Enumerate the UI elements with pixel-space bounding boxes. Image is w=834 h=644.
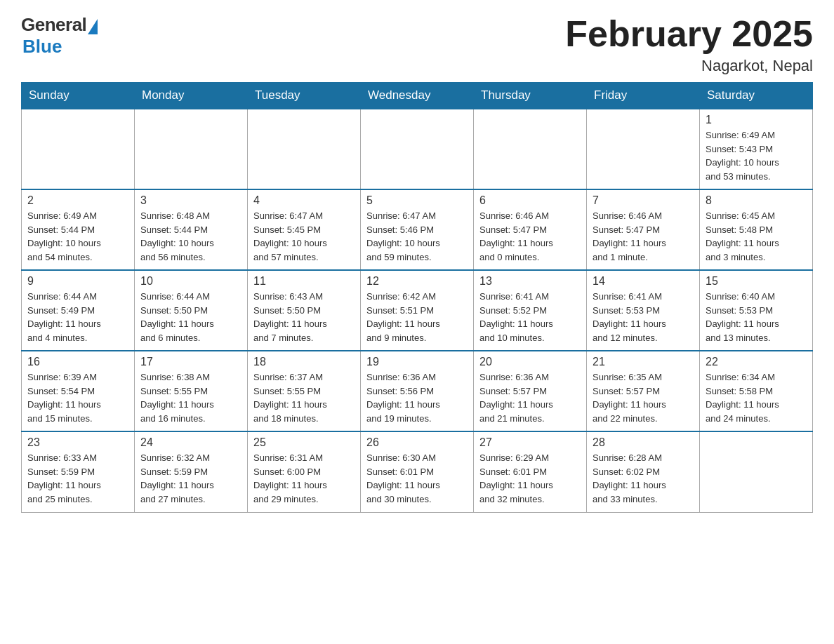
day-number: 23 — [27, 436, 128, 449]
calendar-cell: 1Sunrise: 6:49 AM Sunset: 5:43 PM Daylig… — [700, 109, 813, 189]
calendar-cell: 10Sunrise: 6:44 AM Sunset: 5:50 PM Dayli… — [135, 270, 248, 351]
calendar-cell — [700, 431, 813, 512]
calendar-cell: 6Sunrise: 6:46 AM Sunset: 5:47 PM Daylig… — [474, 189, 587, 270]
weekday-header-sunday: Sunday — [22, 83, 135, 109]
day-info: Sunrise: 6:47 AM Sunset: 5:45 PM Dayligh… — [253, 209, 355, 264]
day-number: 19 — [366, 356, 468, 368]
day-number: 6 — [479, 194, 581, 207]
day-info: Sunrise: 6:36 AM Sunset: 5:56 PM Dayligh… — [366, 370, 468, 425]
calendar-cell: 7Sunrise: 6:46 AM Sunset: 5:47 PM Daylig… — [587, 189, 700, 270]
day-number: 28 — [593, 436, 694, 449]
day-info: Sunrise: 6:42 AM Sunset: 5:51 PM Dayligh… — [366, 290, 468, 344]
day-info: Sunrise: 6:46 AM Sunset: 5:47 PM Dayligh… — [479, 209, 581, 264]
calendar-cell: 5Sunrise: 6:47 AM Sunset: 5:46 PM Daylig… — [361, 189, 474, 270]
calendar-cell: 9Sunrise: 6:44 AM Sunset: 5:49 PM Daylig… — [22, 270, 135, 351]
calendar-cell: 26Sunrise: 6:30 AM Sunset: 6:01 PM Dayli… — [361, 431, 474, 512]
day-info: Sunrise: 6:43 AM Sunset: 5:50 PM Dayligh… — [253, 290, 355, 344]
calendar-cell: 28Sunrise: 6:28 AM Sunset: 6:02 PM Dayli… — [587, 431, 700, 512]
day-info: Sunrise: 6:36 AM Sunset: 5:57 PM Dayligh… — [479, 370, 581, 425]
page-header: General Blue February 2025 Nagarkot, Nep… — [21, 14, 813, 75]
day-number: 27 — [479, 436, 581, 449]
day-info: Sunrise: 6:34 AM Sunset: 5:58 PM Dayligh… — [706, 370, 807, 425]
calendar-cell: 23Sunrise: 6:33 AM Sunset: 5:59 PM Dayli… — [22, 431, 135, 512]
week-row-5: 23Sunrise: 6:33 AM Sunset: 5:59 PM Dayli… — [22, 431, 813, 512]
calendar-cell — [135, 109, 248, 189]
calendar-cell: 3Sunrise: 6:48 AM Sunset: 5:44 PM Daylig… — [135, 189, 248, 270]
day-number: 18 — [253, 356, 355, 368]
weekday-header-saturday: Saturday — [700, 83, 813, 109]
day-number: 7 — [593, 194, 694, 207]
calendar-cell: 21Sunrise: 6:35 AM Sunset: 5:57 PM Dayli… — [587, 351, 700, 431]
day-info: Sunrise: 6:32 AM Sunset: 5:59 PM Dayligh… — [140, 451, 241, 506]
day-number: 22 — [706, 356, 807, 368]
day-info: Sunrise: 6:44 AM Sunset: 5:49 PM Dayligh… — [27, 290, 128, 344]
day-number: 25 — [253, 436, 355, 449]
calendar-cell: 18Sunrise: 6:37 AM Sunset: 5:55 PM Dayli… — [248, 351, 361, 431]
day-info: Sunrise: 6:28 AM Sunset: 6:02 PM Dayligh… — [593, 451, 694, 506]
calendar-cell: 24Sunrise: 6:32 AM Sunset: 5:59 PM Dayli… — [135, 431, 248, 512]
week-row-1: 1Sunrise: 6:49 AM Sunset: 5:43 PM Daylig… — [22, 109, 813, 189]
day-info: Sunrise: 6:47 AM Sunset: 5:46 PM Dayligh… — [366, 209, 468, 264]
week-row-2: 2Sunrise: 6:49 AM Sunset: 5:44 PM Daylig… — [22, 189, 813, 270]
logo-triangle-icon — [88, 19, 98, 34]
calendar-cell: 4Sunrise: 6:47 AM Sunset: 5:45 PM Daylig… — [248, 189, 361, 270]
day-number: 26 — [366, 436, 468, 449]
day-info: Sunrise: 6:40 AM Sunset: 5:53 PM Dayligh… — [706, 290, 807, 344]
day-number: 3 — [140, 194, 241, 207]
day-info: Sunrise: 6:49 AM Sunset: 5:44 PM Dayligh… — [27, 209, 128, 264]
calendar-cell — [474, 109, 587, 189]
calendar-cell — [587, 109, 700, 189]
weekday-header-monday: Monday — [135, 83, 248, 109]
calendar-subtitle: Nagarkot, Nepal — [565, 57, 813, 75]
calendar-cell: 22Sunrise: 6:34 AM Sunset: 5:58 PM Dayli… — [700, 351, 813, 431]
day-number: 13 — [479, 275, 581, 288]
day-info: Sunrise: 6:30 AM Sunset: 6:01 PM Dayligh… — [366, 451, 468, 506]
logo-blue-text: Blue — [22, 36, 62, 58]
calendar-cell: 19Sunrise: 6:36 AM Sunset: 5:56 PM Dayli… — [361, 351, 474, 431]
day-number: 9 — [27, 275, 128, 288]
calendar-cell: 20Sunrise: 6:36 AM Sunset: 5:57 PM Dayli… — [474, 351, 587, 431]
day-number: 14 — [593, 275, 694, 288]
week-row-4: 16Sunrise: 6:39 AM Sunset: 5:54 PM Dayli… — [22, 351, 813, 431]
logo-general-text: General — [21, 14, 86, 36]
day-number: 21 — [593, 356, 694, 368]
day-info: Sunrise: 6:35 AM Sunset: 5:57 PM Dayligh… — [593, 370, 694, 425]
day-number: 4 — [253, 194, 355, 207]
title-area: February 2025 Nagarkot, Nepal — [565, 14, 813, 75]
weekday-header-tuesday: Tuesday — [248, 83, 361, 109]
calendar-cell — [22, 109, 135, 189]
day-info: Sunrise: 6:49 AM Sunset: 5:43 PM Dayligh… — [706, 128, 807, 183]
day-info: Sunrise: 6:33 AM Sunset: 5:59 PM Dayligh… — [27, 451, 128, 506]
calendar-cell: 2Sunrise: 6:49 AM Sunset: 5:44 PM Daylig… — [22, 189, 135, 270]
calendar-cell: 8Sunrise: 6:45 AM Sunset: 5:48 PM Daylig… — [700, 189, 813, 270]
calendar-cell: 12Sunrise: 6:42 AM Sunset: 5:51 PM Dayli… — [361, 270, 474, 351]
calendar-cell: 25Sunrise: 6:31 AM Sunset: 6:00 PM Dayli… — [248, 431, 361, 512]
day-info: Sunrise: 6:45 AM Sunset: 5:48 PM Dayligh… — [706, 209, 807, 264]
calendar-cell — [361, 109, 474, 189]
day-number: 12 — [366, 275, 468, 288]
weekday-header-friday: Friday — [587, 83, 700, 109]
day-info: Sunrise: 6:48 AM Sunset: 5:44 PM Dayligh… — [140, 209, 241, 264]
day-info: Sunrise: 6:29 AM Sunset: 6:01 PM Dayligh… — [479, 451, 581, 506]
calendar-cell: 16Sunrise: 6:39 AM Sunset: 5:54 PM Dayli… — [22, 351, 135, 431]
day-info: Sunrise: 6:39 AM Sunset: 5:54 PM Dayligh… — [27, 370, 128, 425]
calendar-cell: 14Sunrise: 6:41 AM Sunset: 5:53 PM Dayli… — [587, 270, 700, 351]
calendar-cell: 11Sunrise: 6:43 AM Sunset: 5:50 PM Dayli… — [248, 270, 361, 351]
calendar-title: February 2025 — [565, 14, 813, 54]
calendar-cell: 13Sunrise: 6:41 AM Sunset: 5:52 PM Dayli… — [474, 270, 587, 351]
day-number: 2 — [27, 194, 128, 207]
day-number: 11 — [253, 275, 355, 288]
day-number: 16 — [27, 356, 128, 368]
day-info: Sunrise: 6:37 AM Sunset: 5:55 PM Dayligh… — [253, 370, 355, 425]
calendar-cell: 27Sunrise: 6:29 AM Sunset: 6:01 PM Dayli… — [474, 431, 587, 512]
day-number: 17 — [140, 356, 241, 368]
day-info: Sunrise: 6:46 AM Sunset: 5:47 PM Dayligh… — [593, 209, 694, 264]
day-info: Sunrise: 6:44 AM Sunset: 5:50 PM Dayligh… — [140, 290, 241, 344]
day-number: 24 — [140, 436, 241, 449]
weekday-header-wednesday: Wednesday — [361, 83, 474, 109]
day-number: 1 — [706, 114, 807, 126]
day-number: 8 — [706, 194, 807, 207]
day-number: 15 — [706, 275, 807, 288]
week-row-3: 9Sunrise: 6:44 AM Sunset: 5:49 PM Daylig… — [22, 270, 813, 351]
day-info: Sunrise: 6:31 AM Sunset: 6:00 PM Dayligh… — [253, 451, 355, 506]
